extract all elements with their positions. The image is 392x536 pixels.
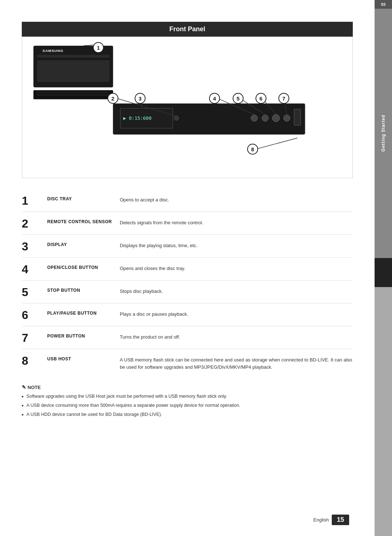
svg-point-11 bbox=[251, 115, 258, 121]
svg-point-13 bbox=[272, 114, 279, 122]
comp-number-1: 1 bbox=[22, 194, 47, 206]
comp-name-4: OPEN/CLOSE BUTTON bbox=[47, 263, 120, 270]
comp-desc-3: Displays the playing status, time, etc. bbox=[120, 240, 353, 249]
component-row-7: 7 POWER BUTTON Turns the product on and … bbox=[22, 326, 353, 349]
sidebar-black-block bbox=[375, 258, 392, 287]
comp-number-7: 7 bbox=[22, 331, 47, 344]
main-content: Front Panel SAMSUNG ▶ 0:15:600 bbox=[0, 0, 375, 536]
svg-rect-6 bbox=[36, 95, 109, 95]
callout-3: 3 bbox=[135, 93, 146, 104]
note-item-1: Software upgrades using the USB Host jac… bbox=[22, 393, 353, 400]
comp-name-8: USB HOST bbox=[47, 354, 120, 361]
comp-name-2: REMOTE CONTROL SENSOR bbox=[47, 217, 120, 224]
page-language: English bbox=[313, 517, 329, 523]
comp-number-8: 8 bbox=[22, 354, 47, 367]
comp-desc-4: Opens and closes the disc tray. bbox=[120, 263, 353, 272]
svg-rect-8 bbox=[120, 108, 173, 128]
svg-text:SAMSUNG: SAMSUNG bbox=[42, 49, 64, 53]
comp-number-2: 2 bbox=[22, 217, 47, 229]
section-number: 03 bbox=[375, 0, 392, 9]
sidebar-gray-bottom bbox=[375, 287, 392, 536]
comp-name-1: DISC TRAY bbox=[47, 194, 120, 201]
comp-number-6: 6 bbox=[22, 308, 47, 321]
note-item-3: A USB HDD device cannot be used for BD D… bbox=[22, 411, 353, 418]
component-list: 1 DISC TRAY Opens to accept a disc. 2 RE… bbox=[22, 189, 353, 376]
component-row-5: 5 STOP BUTTON Stops disc playback. bbox=[22, 281, 353, 303]
svg-rect-15 bbox=[294, 109, 301, 125]
component-row-2: 2 REMOTE CONTROL SENSOR Detects signals … bbox=[22, 212, 353, 235]
component-row-1: 1 DISC TRAY Opens to accept a disc. bbox=[22, 189, 353, 212]
comp-number-4: 4 bbox=[22, 263, 47, 275]
note-pencil-icon: ✎ bbox=[22, 384, 26, 390]
callout-5: 5 bbox=[233, 93, 244, 104]
comp-name-6: PLAY/PAUSE BUTTON bbox=[47, 308, 120, 316]
comp-name-5: STOP BUTTON bbox=[47, 286, 120, 293]
callout-7: 7 bbox=[278, 93, 289, 104]
comp-desc-5: Stops disc playback. bbox=[120, 286, 353, 295]
comp-desc-2: Detects signals from the remote control. bbox=[120, 217, 353, 226]
note-section: ✎ NOTE Software upgrades using the USB H… bbox=[22, 384, 353, 418]
svg-text:▶ 0:15:600: ▶ 0:15:600 bbox=[123, 115, 151, 121]
svg-point-12 bbox=[262, 115, 268, 121]
comp-number-3: 3 bbox=[22, 240, 47, 252]
comp-desc-8: A USB memory flash stick can be connecte… bbox=[120, 354, 353, 371]
svg-point-14 bbox=[283, 115, 290, 121]
callout-2: 2 bbox=[107, 93, 118, 104]
diagram-svg: SAMSUNG ▶ 0:15:600 bbox=[22, 37, 352, 178]
svg-line-23 bbox=[253, 138, 298, 150]
callout-4: 4 bbox=[209, 93, 220, 104]
svg-rect-7 bbox=[113, 104, 305, 135]
comp-desc-7: Turns the product on and off. bbox=[120, 331, 353, 341]
page-title: Front Panel bbox=[169, 25, 205, 33]
comp-desc-1: Opens to accept a disc. bbox=[120, 194, 353, 204]
comp-number-5: 5 bbox=[22, 286, 47, 298]
comp-desc-6: Plays a disc or pauses playback. bbox=[120, 308, 353, 318]
callout-6: 6 bbox=[256, 93, 266, 104]
svg-point-10 bbox=[174, 116, 179, 120]
page-number-area: English 15 bbox=[313, 515, 349, 525]
note-item-2: A USB device consuming more than 500mA r… bbox=[22, 402, 353, 409]
svg-rect-1 bbox=[37, 55, 109, 58]
svg-rect-5 bbox=[36, 92, 109, 93]
note-list: Software upgrades using the USB Host jac… bbox=[22, 393, 353, 418]
component-row-8: 8 USB HOST A USB memory flash stick can … bbox=[22, 349, 353, 376]
note-title: ✎ NOTE bbox=[22, 384, 353, 390]
comp-name-7: POWER BUTTON bbox=[47, 331, 120, 339]
front-panel-header: Front Panel bbox=[22, 22, 353, 37]
component-row-6: 6 PLAY/PAUSE BUTTON Plays a disc or paus… bbox=[22, 303, 353, 326]
svg-rect-4 bbox=[33, 90, 113, 99]
component-row-4: 4 OPEN/CLOSE BUTTON Opens and closes the… bbox=[22, 258, 353, 281]
component-row-3: 3 DISPLAY Displays the playing status, t… bbox=[22, 235, 353, 258]
callout-1: 1 bbox=[93, 42, 104, 53]
svg-rect-2 bbox=[37, 60, 109, 82]
comp-name-3: DISPLAY bbox=[47, 240, 120, 247]
callout-8: 8 bbox=[247, 144, 258, 155]
page-number-box: 15 bbox=[332, 515, 349, 525]
diagram-area: SAMSUNG ▶ 0:15:600 bbox=[22, 37, 353, 178]
right-sidebar: 03 Getting Started bbox=[375, 0, 392, 536]
section-label-rotated: Getting Started bbox=[375, 9, 392, 258]
